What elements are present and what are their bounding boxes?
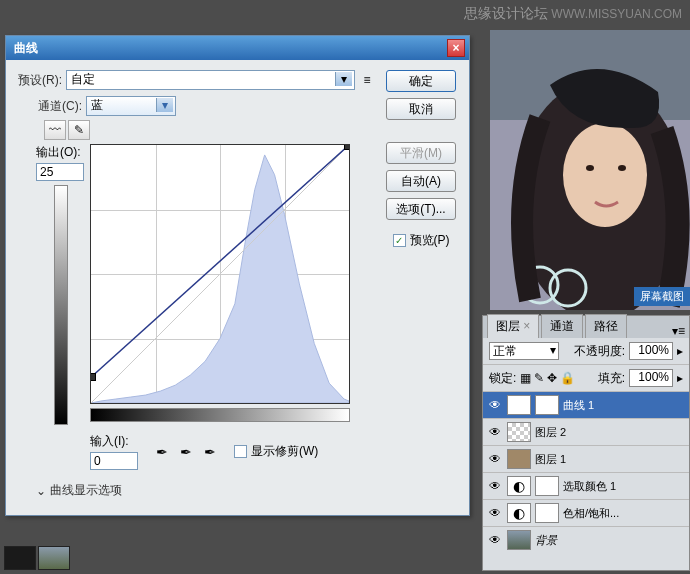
show-clipping-checkbox[interactable] — [234, 445, 247, 458]
document-preview: 屏幕截图 — [490, 30, 690, 310]
visibility-icon[interactable]: 👁 — [487, 398, 503, 412]
lock-all-icon[interactable]: 🔒 — [560, 371, 575, 385]
preset-select[interactable]: 自定 — [66, 70, 355, 90]
layers-panel: 图层 × 通道 路径 ▾≡ 正常 不透明度: 100% ▸ 锁定: ▦ ✎ ✥ … — [482, 315, 690, 571]
fill-input[interactable]: 100% — [629, 369, 673, 387]
adjustment-thumb-icon: ◐ — [507, 395, 531, 415]
visibility-icon[interactable]: 👁 — [487, 506, 503, 520]
layer-thumb-icon — [507, 449, 531, 469]
dialog-titlebar[interactable]: 曲线 × — [6, 36, 469, 60]
visibility-icon[interactable]: 👁 — [487, 425, 503, 439]
blend-mode-select[interactable]: 正常 — [489, 342, 559, 360]
curve-anchor-shadow[interactable] — [90, 373, 96, 381]
input-label: 输入(I): — [90, 433, 138, 450]
lock-label: 锁定: — [489, 370, 516, 387]
output-label: 输出(O): — [36, 144, 86, 161]
output-input[interactable] — [36, 163, 84, 181]
close-icon: × — [452, 41, 459, 55]
curve-line — [91, 145, 349, 403]
options-button[interactable]: 选项(T)... — [386, 198, 456, 220]
mask-thumb-icon — [535, 476, 559, 496]
svg-point-5 — [563, 123, 647, 227]
display-options-toggle[interactable]: ⌄ 曲线显示选项 — [36, 482, 375, 499]
bottom-swatches — [4, 546, 70, 570]
adjustment-thumb-icon: ◐ — [507, 476, 531, 496]
preview-checkbox[interactable]: ✓ — [393, 234, 406, 247]
chevron-icon: ⌄ — [36, 484, 46, 498]
opacity-label: 不透明度: — [574, 343, 625, 360]
layer-item[interactable]: 👁 图层 2 — [483, 419, 689, 446]
curves-graph[interactable] — [90, 144, 350, 404]
layer-item[interactable]: 👁 背景 — [483, 527, 689, 552]
screenshot-badge: 屏幕截图 — [634, 287, 690, 306]
output-gradient — [54, 185, 68, 425]
gray-eyedropper-icon[interactable]: ✒ — [176, 442, 196, 462]
svg-line-1 — [91, 145, 349, 377]
layer-item[interactable]: 👁 ◐ 色相/饱和... — [483, 500, 689, 527]
tab-layers[interactable]: 图层 × — [487, 314, 539, 338]
layer-item[interactable]: 👁 图层 1 — [483, 446, 689, 473]
curves-dialog: 曲线 × 预设(R): 自定 ≡ 通道(C): 蓝 〰 ✎ 输出(O): — [5, 35, 470, 516]
mask-thumb-icon — [535, 503, 559, 523]
layer-thumb-icon — [507, 422, 531, 442]
swatch-2[interactable] — [38, 546, 70, 570]
svg-point-7 — [618, 165, 626, 171]
layer-thumb-icon — [507, 530, 531, 550]
input-input[interactable] — [90, 452, 138, 470]
black-eyedropper-icon[interactable]: ✒ — [152, 442, 172, 462]
preset-label: 预设(R): — [18, 72, 62, 89]
auto-button[interactable]: 自动(A) — [386, 170, 456, 192]
lock-transparency-icon[interactable]: ▦ — [520, 371, 531, 385]
pencil-tool-icon[interactable]: ✎ — [68, 120, 90, 140]
swatch-1[interactable] — [4, 546, 36, 570]
visibility-icon[interactable]: 👁 — [487, 479, 503, 493]
visibility-icon[interactable]: 👁 — [487, 533, 503, 547]
channel-label: 通道(C): — [38, 98, 82, 115]
curve-anchor-highlight[interactable] — [344, 144, 350, 150]
watermark: 思缘设计论坛 WWW.MISSYUAN.COM — [464, 5, 682, 23]
mask-thumb-icon — [535, 395, 559, 415]
layer-list: 👁 ◐ 曲线 1 👁 图层 2 👁 图层 1 👁 ◐ 选取颜色 1 👁 ◐ 色相… — [483, 392, 689, 552]
opacity-arrow-icon[interactable]: ▸ — [677, 344, 683, 358]
smooth-button[interactable]: 平滑(M) — [386, 142, 456, 164]
tab-channels[interactable]: 通道 — [541, 314, 583, 338]
white-eyedropper-icon[interactable]: ✒ — [200, 442, 220, 462]
adjustment-thumb-icon: ◐ — [507, 503, 531, 523]
cancel-button[interactable]: 取消 — [386, 98, 456, 120]
fill-arrow-icon[interactable]: ▸ — [677, 371, 683, 385]
input-gradient — [90, 408, 350, 422]
fill-label: 填充: — [598, 370, 625, 387]
preview-label: 预览(P) — [410, 232, 450, 249]
opacity-input[interactable]: 100% — [629, 342, 673, 360]
lock-position-icon[interactable]: ✥ — [547, 371, 557, 385]
visibility-icon[interactable]: 👁 — [487, 452, 503, 466]
channel-select[interactable]: 蓝 — [86, 96, 176, 116]
preset-menu-icon[interactable]: ≡ — [359, 72, 375, 88]
lock-pixels-icon[interactable]: ✎ — [534, 371, 544, 385]
ok-button[interactable]: 确定 — [386, 70, 456, 92]
dialog-title: 曲线 — [10, 40, 447, 57]
layer-item[interactable]: 👁 ◐ 选取颜色 1 — [483, 473, 689, 500]
tab-paths[interactable]: 路径 — [585, 314, 627, 338]
show-clipping-label: 显示修剪(W) — [251, 443, 318, 460]
svg-point-6 — [586, 165, 594, 171]
layer-item[interactable]: 👁 ◐ 曲线 1 — [483, 392, 689, 419]
photo-illustration — [490, 30, 690, 310]
close-button[interactable]: × — [447, 39, 465, 57]
panel-menu-icon[interactable]: ▾≡ — [672, 324, 685, 338]
curve-point-tool-icon[interactable]: 〰 — [44, 120, 66, 140]
